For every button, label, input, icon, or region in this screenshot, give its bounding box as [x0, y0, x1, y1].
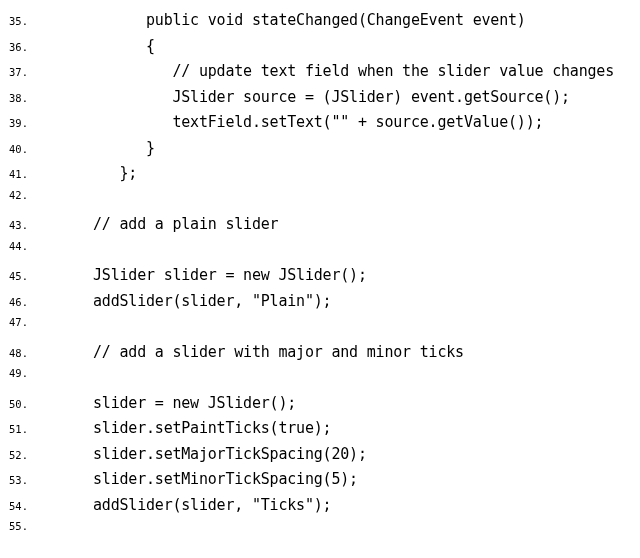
code-line: 41. };: [0, 161, 640, 187]
code-line: 43. // add a plain slider: [0, 212, 640, 238]
line-number: 36.: [0, 39, 40, 57]
line-content: textField.setText("" + source.getValue()…: [40, 110, 543, 136]
line-number: 45.: [0, 268, 40, 286]
line-number: 39.: [0, 115, 40, 133]
code-line: 39. textField.setText("" + source.getVal…: [0, 110, 640, 136]
line-content: {: [40, 34, 155, 60]
line-content: addSlider(slider, "Plain");: [40, 289, 331, 315]
line-number: 37.: [0, 64, 40, 82]
code-line: 36. {: [0, 34, 640, 60]
code-line: 37. // update text field when the slider…: [0, 59, 640, 85]
line-content: addSlider(slider, "Ticks");: [40, 493, 331, 519]
line-number: 42.: [0, 187, 40, 205]
line-content: slider.setMajorTickSpacing(20);: [40, 442, 367, 468]
line-content: JSlider slider = new JSlider();: [40, 263, 367, 289]
code-line: 47.: [0, 314, 640, 340]
code-line: 40. }: [0, 136, 640, 162]
line-number: 35.: [0, 13, 40, 31]
line-content: };: [40, 161, 137, 187]
line-content: slider = new JSlider();: [40, 391, 296, 417]
code-line: 35. public void stateChanged(ChangeEvent…: [0, 8, 640, 34]
line-number: 54.: [0, 498, 40, 516]
line-content: slider.setMinorTickSpacing(5);: [40, 467, 358, 493]
line-number: 40.: [0, 141, 40, 159]
code-line: 46. addSlider(slider, "Plain");: [0, 289, 640, 315]
code-line: 45. JSlider slider = new JSlider();: [0, 263, 640, 289]
line-number: 41.: [0, 166, 40, 184]
line-number: 53.: [0, 472, 40, 490]
line-number: 47.: [0, 314, 40, 332]
line-content: }: [40, 136, 155, 162]
line-content: JSlider source = (JSlider) event.getSour…: [40, 85, 570, 111]
code-line: 38. JSlider source = (JSlider) event.get…: [0, 85, 640, 111]
code-line: 53. slider.setMinorTickSpacing(5);: [0, 467, 640, 493]
code-line: 52. slider.setMajorTickSpacing(20);: [0, 442, 640, 468]
line-content: slider.setPaintTicks(true);: [40, 416, 331, 442]
line-number: 43.: [0, 217, 40, 235]
code-line: 44.: [0, 238, 640, 264]
line-number: 49.: [0, 365, 40, 383]
line-content: // update text field when the slider val…: [40, 59, 614, 85]
line-number: 50.: [0, 396, 40, 414]
code-line: 54. addSlider(slider, "Ticks");: [0, 493, 640, 519]
code-line: 48. // add a slider with major and minor…: [0, 340, 640, 366]
line-number: 48.: [0, 345, 40, 363]
line-content: // add a slider with major and minor tic…: [40, 340, 464, 366]
code-line: 42.: [0, 187, 640, 213]
code-line: 50. slider = new JSlider();: [0, 391, 640, 417]
line-number: 38.: [0, 90, 40, 108]
line-content: // add a plain slider: [40, 212, 278, 238]
line-number: 51.: [0, 421, 40, 439]
code-listing: 35. public void stateChanged(ChangeEvent…: [0, 8, 640, 544]
line-number: 55.: [0, 518, 40, 536]
code-line: 55.: [0, 518, 640, 544]
line-content: public void stateChanged(ChangeEvent eve…: [40, 8, 526, 34]
line-number: 52.: [0, 447, 40, 465]
code-line: 51. slider.setPaintTicks(true);: [0, 416, 640, 442]
line-number: 44.: [0, 238, 40, 256]
line-number: 46.: [0, 294, 40, 312]
code-line: 49.: [0, 365, 640, 391]
